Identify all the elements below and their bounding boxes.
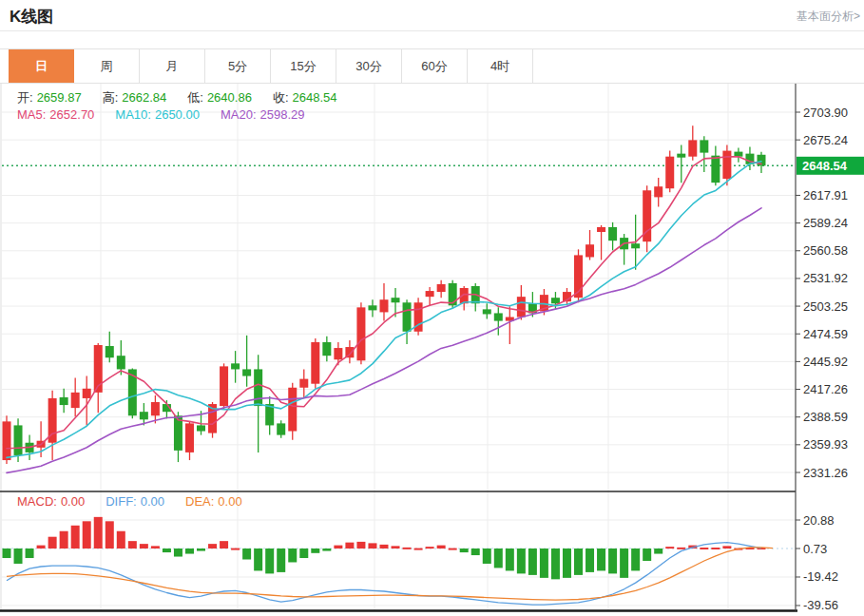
ma20-line <box>7 208 761 473</box>
tab-15min[interactable]: 15分 <box>271 49 336 83</box>
macd-tick-label: 20.88 <box>803 513 835 528</box>
price-tick-label: 2560.58 <box>803 243 848 258</box>
tab-week[interactable]: 周 <box>74 49 140 83</box>
macd-axis: 20.880.73-19.42-39.56 <box>796 513 838 613</box>
fundamental-analysis-link[interactable]: 基本面分析> <box>797 9 860 25</box>
price-tick-label: 2445.92 <box>803 355 848 369</box>
current-price-badge-text: 2648.54 <box>802 159 848 173</box>
page-title: K线图 <box>10 6 53 28</box>
page-header: K线图 基本面分析> <box>0 0 864 31</box>
candles <box>3 125 766 464</box>
macd-histogram <box>3 517 766 580</box>
chart-area: 开:2659.87高:2662.84低:2640.86收:2648.54 MA5… <box>0 84 864 613</box>
macd-tick-label: 0.73 <box>803 542 827 556</box>
tab-60min[interactable]: 60分 <box>402 49 468 83</box>
price-tick-label: 2675.24 <box>803 133 848 147</box>
price-tick-label: 2388.59 <box>803 410 848 424</box>
tab-30min[interactable]: 30分 <box>336 49 402 83</box>
period-tab-bar: 日周月5分15分30分60分4时 <box>0 48 864 84</box>
price-tick-label: 2417.26 <box>803 382 848 396</box>
macd-tick-label: -39.56 <box>803 598 838 612</box>
macd-tick-label: -19.42 <box>803 569 838 584</box>
price-tick-label: 2617.91 <box>803 188 848 202</box>
price-tick-label: 2359.93 <box>803 437 848 452</box>
kline-chart[interactable]: 2703.902675.242617.912589.242560.582531.… <box>0 84 864 613</box>
tab-4hour[interactable]: 4时 <box>468 49 533 83</box>
tab-5min[interactable]: 5分 <box>205 49 271 83</box>
price-tick-label: 2503.25 <box>803 299 848 314</box>
price-tick-label: 2531.92 <box>803 271 848 285</box>
price-tick-label: 2331.26 <box>803 466 848 480</box>
price-tick-label: 2589.24 <box>803 216 848 230</box>
tab-day[interactable]: 日 <box>9 49 74 83</box>
tab-month[interactable]: 月 <box>140 49 205 83</box>
price-tick-label: 2703.90 <box>803 106 848 120</box>
price-tick-label: 2474.59 <box>803 327 848 341</box>
current-price-badge: 2648.54 <box>797 157 864 175</box>
kline-page: K线图 基本面分析> 日周月5分15分30分60分4时 开:2659.87高:2… <box>0 0 864 616</box>
